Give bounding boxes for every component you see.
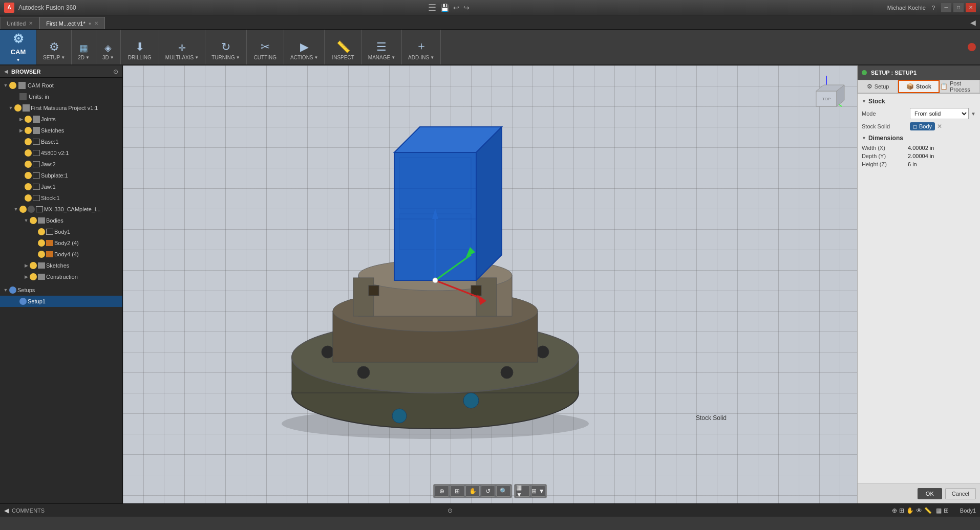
- minimize-button[interactable]: ─: [941, 3, 951, 12]
- addins-button[interactable]: ＋ ADD-INS ▼: [405, 32, 437, 62]
- subplate1-vis-icon[interactable]: [25, 172, 32, 179]
- measure-icon[interactable]: 📏: [924, 507, 932, 514]
- tree-item-jaw1[interactable]: Jaw:1: [0, 181, 122, 192]
- record-icon: [968, 43, 976, 51]
- tree-item-project[interactable]: ▼ First Matsuura Project v1:1: [0, 102, 122, 114]
- cutting-button[interactable]: ✂ CUTTING: [250, 32, 281, 62]
- tree-item-base1[interactable]: Base:1: [0, 136, 122, 147]
- user-name[interactable]: Michael Koehle: [887, 5, 926, 11]
- drilling-button[interactable]: ⬇ DRILLING: [124, 32, 156, 62]
- display-mode-button[interactable]: ▦ ▼: [516, 485, 530, 497]
- base1-vis-icon[interactable]: [25, 138, 32, 145]
- manage-button[interactable]: ☰ MANAGE ▼: [365, 32, 398, 62]
- save-icon[interactable]: 💾: [440, 4, 449, 12]
- jaw2-vis-icon[interactable]: [25, 161, 32, 168]
- zoom-button[interactable]: ⊞: [450, 485, 464, 497]
- tree-item-subplate1[interactable]: Subplate:1: [0, 170, 122, 181]
- actions-button[interactable]: ▶ ACTIONS ▼: [287, 32, 321, 62]
- maximize-button[interactable]: □: [953, 3, 964, 12]
- pan-button[interactable]: ✋: [465, 485, 480, 497]
- tab-postprocess[interactable]: 📋 Post Process: [940, 80, 980, 93]
- close-button[interactable]: ✕: [966, 3, 976, 12]
- tree-item-bodies[interactable]: ▼ Bodies: [0, 215, 122, 226]
- orbit-button[interactable]: ↺: [481, 485, 495, 497]
- tree-item-body1[interactable]: Body1: [0, 226, 122, 237]
- tree-item-setup1[interactable]: Setup1: [0, 296, 122, 307]
- tree-expand-project[interactable]: ▼: [7, 105, 14, 111]
- fit-view-button[interactable]: ⊕: [435, 485, 449, 497]
- tree-item-units[interactable]: Units: in: [0, 91, 122, 102]
- tree-expand-mx330[interactable]: ▼: [12, 207, 19, 212]
- tree-item-sketches1[interactable]: ▶ Sketches: [0, 125, 122, 136]
- tree-expand-sketches2[interactable]: ▶: [23, 263, 30, 268]
- tab-setup[interactable]: ⚙ Setup: [858, 80, 898, 93]
- grid-settings-icon[interactable]: ⊞: [944, 507, 949, 514]
- comments-expand-icon[interactable]: ◀: [4, 507, 9, 514]
- tab-stock[interactable]: 📦 Stock: [898, 80, 940, 93]
- mode-select[interactable]: From solid: [910, 108, 969, 119]
- help-icon[interactable]: ?: [932, 5, 935, 11]
- tree-item-jaw2[interactable]: Jaw:2: [0, 159, 122, 170]
- tree-item-stock1[interactable]: Stock:1: [0, 192, 122, 204]
- tree-expand-sketches1[interactable]: ▶: [17, 128, 25, 133]
- undo-icon[interactable]: ↩: [453, 4, 459, 12]
- zoom-in-button[interactable]: 🔍: [496, 485, 510, 497]
- 2d-button[interactable]: ▦ 2D ▼: [75, 32, 93, 62]
- stock1-vis-icon[interactable]: [25, 194, 32, 202]
- tree-item-body4[interactable]: Body4 (4): [0, 249, 122, 260]
- collapse-panels-icon[interactable]: ◀: [966, 18, 980, 27]
- browser-collapse-icon[interactable]: ◀: [4, 69, 8, 74]
- clear-body-button[interactable]: ✕: [937, 123, 942, 130]
- ok-button[interactable]: OK: [918, 488, 942, 499]
- coord-input-icon[interactable]: ⊕: [892, 507, 897, 514]
- inspect-button[interactable]: 📏 INSPECT: [328, 32, 358, 62]
- tree-expand-setups[interactable]: ▼: [2, 288, 9, 293]
- tree-item-sketches2[interactable]: ▶ Sketches: [0, 260, 122, 271]
- display-settings-icon[interactable]: ▦: [936, 507, 942, 514]
- tab-firstm[interactable]: First M...ect v1* ● ✕: [39, 17, 105, 29]
- tab-close-untitled[interactable]: ✕: [29, 20, 33, 26]
- tree-expand-construction[interactable]: ▶: [23, 274, 30, 279]
- multiaxis-button[interactable]: ✛ MULTI-AXIS ▼: [162, 32, 202, 62]
- 45800-vis-icon[interactable]: [25, 149, 32, 157]
- body2-vis-icon[interactable]: [38, 239, 45, 247]
- dimensions-section-arrow[interactable]: ▼: [862, 136, 866, 141]
- bodies-vis-icon[interactable]: [30, 217, 37, 224]
- mode-dropdown-arrow[interactable]: ▼: [971, 111, 976, 117]
- 3d-button[interactable]: ◈ 3D ▼: [99, 32, 117, 62]
- redo-icon[interactable]: ↪: [463, 4, 470, 12]
- tree-item-mx330[interactable]: ▼ MX-330_CAMplete_i...: [0, 204, 122, 215]
- body4-vis-icon[interactable]: [38, 251, 45, 258]
- capture-position-icon[interactable]: ⊞: [899, 507, 904, 514]
- mx330-vis-icon[interactable]: [19, 206, 27, 213]
- viewcube[interactable]: TOP: [801, 71, 852, 122]
- stock-section-arrow[interactable]: ▼: [862, 99, 866, 104]
- hamburger-icon[interactable]: ☰: [428, 2, 436, 13]
- tree-item-construction[interactable]: ▶ Construction: [0, 271, 122, 282]
- tree-expand-bodies[interactable]: ▼: [23, 218, 30, 223]
- cam-menu-button[interactable]: ⚙ CAM ▼: [0, 30, 37, 64]
- tree-item-body2[interactable]: Body2 (4): [0, 237, 122, 249]
- hand-icon[interactable]: ✋: [906, 507, 914, 514]
- jaw1-vis-icon[interactable]: [25, 183, 32, 190]
- browser-options-icon[interactable]: ⊙: [113, 68, 118, 75]
- grid-button[interactable]: ⊞ ▼: [531, 485, 545, 497]
- tree-expand-camroot[interactable]: ▼: [2, 83, 9, 88]
- turning-button[interactable]: ↻ TURNING ▼: [208, 32, 243, 62]
- comments-settings-icon[interactable]: ⊙: [448, 507, 453, 514]
- viewport[interactable]: TOP Stock Solid ⊕ ⊞ ✋ ↺ 🔍 ▦ ▼ ⊞ ▼: [123, 65, 857, 503]
- tab-close-firstm[interactable]: ✕: [94, 20, 98, 26]
- tree-item-camroot[interactable]: ▼ CAM Root: [0, 80, 122, 91]
- setup-button[interactable]: ⚙ SETUP ▼: [40, 32, 68, 62]
- tree-item-45800[interactable]: 45800 v2:1: [0, 147, 122, 159]
- body1-vis-icon[interactable]: [38, 228, 45, 235]
- body-button[interactable]: ◻ Body: [910, 122, 935, 130]
- tree-expand-joints[interactable]: ▶: [17, 117, 25, 122]
- look-at-icon[interactable]: 👁: [916, 507, 922, 514]
- tree-item-joints[interactable]: ▶ Joints: [0, 114, 122, 125]
- construction-vis-icon[interactable]: [30, 273, 37, 280]
- tab-untitled[interactable]: Untitled ✕: [0, 17, 39, 29]
- cancel-button[interactable]: Cancel: [945, 488, 976, 499]
- tree-item-setups[interactable]: ▼ Setups: [0, 284, 122, 296]
- sketches2-vis-icon[interactable]: [30, 262, 37, 269]
